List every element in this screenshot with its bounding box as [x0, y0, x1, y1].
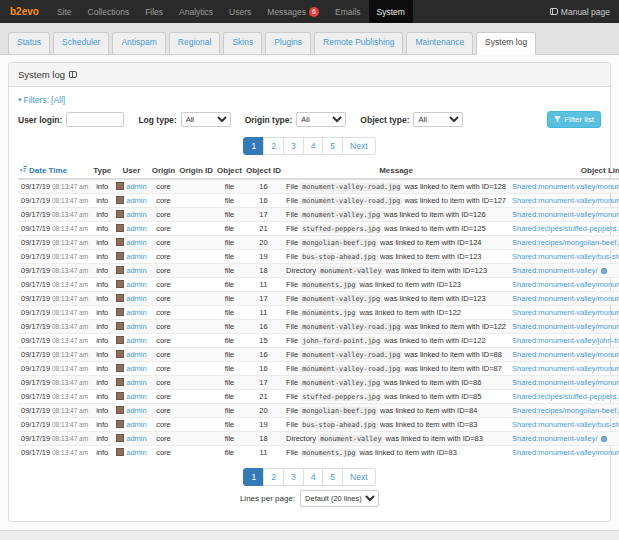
filters-all-link[interactable]: [All]	[51, 95, 65, 105]
tab-maintenance[interactable]: Maintenance	[406, 32, 473, 54]
origin-type-select[interactable]: All	[296, 112, 346, 127]
nav-item-analytics[interactable]: Analytics	[171, 0, 221, 23]
page-button-2[interactable]: 2	[263, 468, 284, 486]
nav-item-files[interactable]: Files	[137, 0, 171, 23]
tab-skins[interactable]: Skins	[223, 32, 262, 54]
nav-item-users[interactable]: Users	[221, 0, 259, 23]
next-page-button[interactable]: Next	[342, 468, 375, 486]
page-button-5[interactable]: 5	[322, 468, 343, 486]
user-link[interactable]: admin	[126, 196, 146, 205]
nav-item-system[interactable]: System	[369, 0, 413, 23]
page-button-3[interactable]: 3	[283, 468, 304, 486]
user-link[interactable]: admin	[126, 322, 146, 331]
column-header-origin[interactable]: Origin	[150, 162, 178, 179]
user-link[interactable]: admin	[126, 252, 146, 261]
cell-object-id: 11	[244, 446, 283, 460]
column-header-type[interactable]: Type	[91, 162, 113, 179]
object-link[interactable]: Shared:monument-valley/monument-valley.j…	[512, 210, 619, 219]
cell-type: info	[91, 208, 113, 222]
log-time: 08:13:47 am	[50, 435, 88, 442]
log-type-select[interactable]: All	[181, 112, 231, 127]
tab-regional[interactable]: Regional	[169, 32, 221, 54]
tab-plugins[interactable]: Plugins	[265, 32, 311, 54]
object-link[interactable]: Shared:monument-valley/monument-valley-r…	[512, 364, 619, 373]
user-link[interactable]: admin	[126, 378, 146, 387]
filter-list-button[interactable]: Filter list	[547, 111, 601, 128]
user-link[interactable]: admin	[126, 308, 146, 317]
tab-system-log[interactable]: System log	[476, 32, 536, 55]
object-link[interactable]: Shared:recipes/stuffed-peppers.jpg	[512, 224, 619, 233]
page-button-2[interactable]: 2	[263, 137, 284, 155]
object-type-select[interactable]: All	[413, 112, 463, 127]
user-avatar-icon	[116, 196, 124, 204]
tab-antispam[interactable]: Antispam	[112, 32, 165, 54]
column-header-object-link[interactable]: Object Link	[509, 162, 619, 179]
page-button-4[interactable]: 4	[303, 137, 324, 155]
object-link[interactable]: Shared:recipes/stuffed-peppers.jpg	[512, 392, 619, 401]
filters-link[interactable]: Filters:	[24, 95, 50, 105]
nav-item-collections[interactable]: Collections	[80, 0, 138, 23]
manual-book-icon[interactable]	[69, 71, 77, 78]
object-link[interactable]: Shared:monument-valley/monument-valley-r…	[512, 182, 619, 191]
object-link[interactable]: Shared:monument-valley/	[512, 266, 597, 275]
user-link[interactable]: admin	[126, 266, 146, 275]
object-link[interactable]: Shared:recipes/mongolian-beef.jpg	[512, 238, 619, 247]
permalink-icon[interactable]	[601, 268, 607, 274]
object-link[interactable]: Shared:monument-valley/monuments.jpg	[512, 308, 619, 317]
nav-item-site[interactable]: Site	[49, 0, 80, 23]
user-login-input[interactable]	[66, 112, 124, 127]
object-link[interactable]: Shared:monument-valley/monument-valley-r…	[512, 196, 619, 205]
nav-item-emails[interactable]: Emails	[327, 0, 369, 23]
column-header-user[interactable]: User	[113, 162, 149, 179]
next-page-button[interactable]: Next	[342, 137, 375, 155]
user-link[interactable]: admin	[126, 392, 146, 401]
log-time: 08:13:47 am	[50, 393, 88, 400]
column-header-object[interactable]: Object	[215, 162, 244, 179]
object-link[interactable]: Shared:monument-valley/bus-stop-ahead.jp…	[512, 420, 619, 429]
user-link[interactable]: admin	[126, 336, 146, 345]
cell-origin-id	[177, 348, 215, 362]
page-button-4[interactable]: 4	[303, 468, 324, 486]
b2evo-logo[interactable]: b2evo	[0, 0, 49, 23]
page-button-1[interactable]: 1	[243, 468, 264, 486]
cell-user: admin	[113, 418, 149, 432]
user-link[interactable]: admin	[126, 210, 146, 219]
object-link[interactable]: Shared:recipes/mongolian-beef.jpg	[512, 406, 619, 415]
user-link[interactable]: admin	[126, 406, 146, 415]
user-link[interactable]: admin	[126, 224, 146, 233]
object-link[interactable]: Shared:monument-valley/monuments.jpg	[512, 448, 619, 457]
tab-remote-publishing[interactable]: Remote Publishing	[314, 32, 403, 54]
object-link[interactable]: Shared:monument-valley/monument-valley-r…	[512, 350, 619, 359]
user-link[interactable]: admin	[126, 364, 146, 373]
column-header-message[interactable]: Message	[283, 162, 509, 179]
permalink-icon[interactable]	[601, 436, 607, 442]
column-header-object-id[interactable]: Object ID	[244, 162, 283, 179]
column-header-datetime[interactable]: Date Time	[18, 162, 91, 179]
object-link[interactable]: Shared:monument-valley/monument-valley-r…	[512, 322, 619, 331]
lines-per-page-select[interactable]: Default (20 lines)	[300, 490, 379, 507]
object-link[interactable]: Shared:monument-valley/	[512, 434, 597, 443]
nav-item-messages[interactable]: Messages6	[259, 0, 327, 23]
page-button-5[interactable]: 5	[322, 137, 343, 155]
user-link[interactable]: admin	[126, 182, 146, 191]
user-link[interactable]: admin	[126, 420, 146, 429]
column-header-origin-id[interactable]: Origin ID	[177, 162, 215, 179]
object-link[interactable]: Shared:monument-valley/monuments.jpg	[512, 280, 619, 289]
tab-scheduler[interactable]: Scheduler	[53, 32, 109, 54]
object-link[interactable]: Shared:monument-valley/monument-valley.j…	[512, 378, 619, 387]
tab-status[interactable]: Status	[8, 32, 50, 54]
cell-user: admin	[113, 320, 149, 334]
user-link[interactable]: admin	[126, 350, 146, 359]
object-link[interactable]: Shared:monument-valley/bus-stop-ahead.jp…	[512, 252, 619, 261]
object-link[interactable]: Shared:monument-valley/john-ford-point.j…	[512, 336, 619, 345]
user-link[interactable]: admin	[126, 448, 146, 457]
page-button-1[interactable]: 1	[243, 137, 264, 155]
manual-page-link[interactable]: Manual page	[550, 0, 619, 23]
object-link[interactable]: Shared:monument-valley/monument-valley.j…	[512, 294, 619, 303]
user-link[interactable]: admin	[126, 294, 146, 303]
page-button-3[interactable]: 3	[283, 137, 304, 155]
user-link[interactable]: admin	[126, 434, 146, 443]
user-link[interactable]: admin	[126, 280, 146, 289]
cell-object-id: 17	[244, 208, 283, 222]
user-link[interactable]: admin	[126, 238, 146, 247]
